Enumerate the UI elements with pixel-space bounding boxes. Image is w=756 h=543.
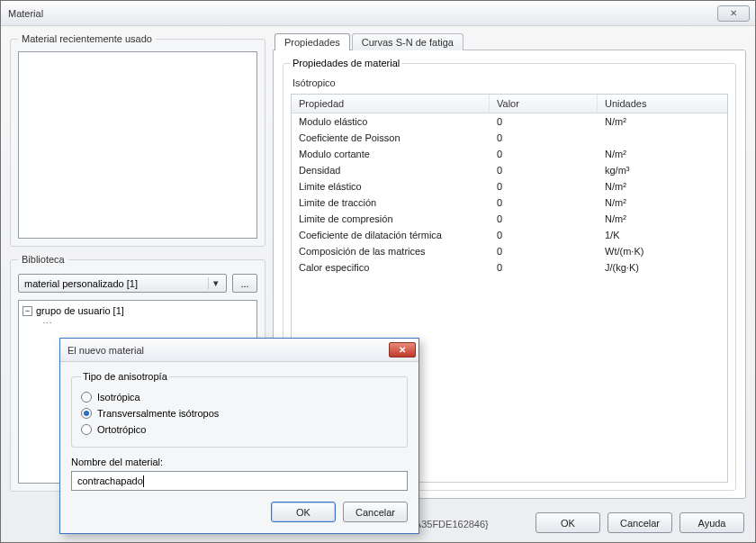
radio-isotropic[interactable]: Isotrópica xyxy=(81,389,398,405)
cell-val: 0 xyxy=(490,113,598,130)
ok-button-label: OK xyxy=(561,518,575,529)
anisotropy-title: Tipo de anisotropía xyxy=(81,371,169,382)
cell-prop: Limite elástico xyxy=(292,178,490,195)
col-units: Unidades xyxy=(598,95,727,113)
radio-icon xyxy=(81,424,92,435)
table-row[interactable]: Coeficiente de Poisson0 xyxy=(292,130,727,146)
cell-val: 0 xyxy=(490,227,598,243)
new-material-dialog: El nuevo material ✕ Tipo de anisotropía … xyxy=(59,338,419,534)
cell-val: 0 xyxy=(490,162,598,178)
window-title: Material xyxy=(8,8,717,19)
cell-prop: Modulo cortante xyxy=(292,146,490,162)
tab-sn-label: Curvas S-N de fatiga xyxy=(362,37,454,48)
tab-sn-curves[interactable]: Curvas S-N de fatiga xyxy=(352,33,464,50)
grid-header: Propiedad Valor Unidades xyxy=(292,95,727,113)
cell-unit: N/m² xyxy=(598,211,727,227)
ellipsis-icon: ... xyxy=(240,278,248,289)
modal-cancel-label: Cancelar xyxy=(356,507,395,518)
library-select[interactable]: material personalizado [1] ▾ xyxy=(18,274,227,293)
recent-materials-group: Material recientemente usado xyxy=(10,33,266,247)
modal-titlebar[interactable]: El nuevo material ✕ xyxy=(60,339,418,362)
cell-prop: Composición de las matrices xyxy=(292,243,490,259)
cell-unit: N/m² xyxy=(598,113,727,130)
cell-unit: 1/K xyxy=(598,227,727,243)
modal-buttons: OK Cancelar xyxy=(71,502,408,522)
library-browse-button[interactable]: ... xyxy=(232,274,257,293)
material-name-input[interactable]: contrachapado xyxy=(71,471,408,491)
ok-button[interactable]: OK xyxy=(536,512,600,533)
cell-val: 0 xyxy=(490,178,598,195)
table-row[interactable]: Coeficiente de dilatación térmica01/K xyxy=(292,227,727,243)
cell-unit: Wt/(m·K) xyxy=(598,243,727,259)
radio-transverse-label: Transversalmente isótropos xyxy=(97,408,219,419)
table-row[interactable]: Composición de las matrices0Wt/(m·K) xyxy=(292,243,727,259)
cell-unit: J/(kg·K) xyxy=(598,259,727,276)
cell-val: 0 xyxy=(490,243,598,259)
material-name-value: contrachapado xyxy=(77,475,143,486)
window-close-button[interactable]: ✕ xyxy=(717,5,750,22)
cell-prop: Coeficiente de Poisson xyxy=(292,130,490,146)
modal-ok-label: OK xyxy=(296,507,310,518)
cell-val: 0 xyxy=(490,146,598,162)
close-icon: ✕ xyxy=(399,345,406,355)
text-caret-icon xyxy=(143,475,144,487)
table-row[interactable]: Densidad0kg/m³ xyxy=(292,162,727,178)
help-button[interactable]: Ayuda xyxy=(680,512,744,533)
col-value: Valor xyxy=(490,95,598,113)
material-name-label: Nombre del material: xyxy=(71,457,408,467)
cancel-button[interactable]: Cancelar xyxy=(608,512,672,533)
cell-prop: Limite de compresión xyxy=(292,211,490,227)
material-properties-title: Propiedades de material xyxy=(291,58,401,68)
material-subtype-label: Isótropico xyxy=(292,77,728,88)
cell-unit: N/m² xyxy=(598,178,727,195)
modal-close-button[interactable]: ✕ xyxy=(389,342,416,357)
tab-properties-label: Propiedades xyxy=(284,37,340,48)
cell-unit xyxy=(598,130,727,146)
table-row[interactable]: Calor especifico0J/(kg·K) xyxy=(292,259,727,276)
library-select-value: material personalizado [1] xyxy=(24,278,138,289)
table-row[interactable]: Modulo elástico0N/m² xyxy=(292,113,727,130)
tree-root-label: grupo de usuario [1] xyxy=(36,305,124,316)
cell-unit: kg/m³ xyxy=(598,162,727,178)
cell-prop: Calor especifico xyxy=(292,259,490,276)
table-row[interactable]: Limite elástico0N/m² xyxy=(292,178,727,195)
table-row[interactable]: Modulo cortante0N/m² xyxy=(292,146,727,162)
dialog-buttons: OK Cancelar Ayuda xyxy=(536,512,744,533)
radio-orthotropic-label: Ortotrópico xyxy=(97,424,146,435)
tree-collapse-icon[interactable]: − xyxy=(22,306,32,316)
tree-connector-icon: ⋯ xyxy=(42,318,52,330)
tabs: Propiedades Curvas S-N de fatiga xyxy=(274,33,746,50)
library-title: Biblioteca xyxy=(18,254,68,265)
cell-val: 0 xyxy=(490,259,598,276)
recent-materials-title: Material recientemente usado xyxy=(18,33,156,44)
cell-unit: N/m² xyxy=(598,195,727,211)
tab-properties[interactable]: Propiedades xyxy=(274,33,350,50)
cell-prop: Coeficiente de dilatación térmica xyxy=(292,227,490,243)
cell-val: 0 xyxy=(490,195,598,211)
col-property: Propiedad xyxy=(292,95,490,113)
table-row[interactable]: Limite de tracción0N/m² xyxy=(292,195,727,211)
anisotropy-group: Tipo de anisotropía Isotrópica Transvers… xyxy=(71,371,408,448)
cell-val: 0 xyxy=(490,130,598,146)
help-button-label: Ayuda xyxy=(698,518,726,529)
radio-isotropic-label: Isotrópica xyxy=(97,392,140,403)
close-icon: ✕ xyxy=(730,8,737,18)
cell-unit: N/m² xyxy=(598,146,727,162)
modal-ok-button[interactable]: OK xyxy=(271,502,336,522)
table-row[interactable]: Limite de compresión0N/m² xyxy=(292,211,727,227)
chevron-down-icon: ▾ xyxy=(208,277,222,289)
modal-title: El nuevo material xyxy=(68,345,389,356)
cell-prop: Limite de tracción xyxy=(292,195,490,211)
recent-materials-list[interactable] xyxy=(18,51,257,239)
tree-child-row: ⋯ xyxy=(22,317,253,330)
cell-prop: Modulo elástico xyxy=(292,113,490,130)
cell-val: 0 xyxy=(490,211,598,227)
cancel-button-label: Cancelar xyxy=(620,518,660,529)
radio-transverse[interactable]: Transversalmente isótropos xyxy=(81,405,398,421)
radio-orthotropic[interactable]: Ortotrópico xyxy=(81,421,398,438)
tree-root-row[interactable]: − grupo de usuario [1] xyxy=(22,304,253,317)
radio-icon xyxy=(81,392,92,403)
titlebar[interactable]: Material ✕ xyxy=(1,1,755,26)
modal-cancel-button[interactable]: Cancelar xyxy=(343,502,408,522)
material-window: Material ✕ Material recientemente usado … xyxy=(0,0,756,543)
